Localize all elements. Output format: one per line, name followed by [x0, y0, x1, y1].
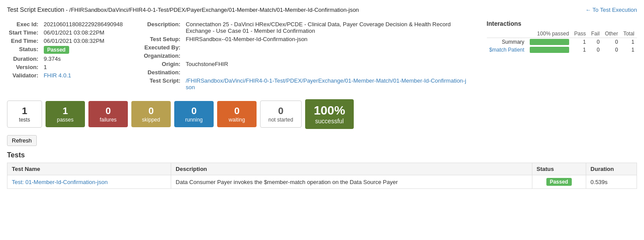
skipped-number: 0 [139, 105, 163, 117]
stat-not-started: 0 not started [260, 101, 302, 128]
progress-bar-fill [530, 47, 569, 53]
interaction-other: 0 [602, 38, 621, 46]
test-description: Data Consumer Payer invokes the $member-… [171, 175, 532, 189]
interaction-row: $match Patient1001 [487, 46, 637, 54]
organization-label: Organization: [142, 52, 184, 60]
success-number: 100% [314, 104, 345, 118]
status-badge: Passed [44, 46, 69, 54]
tests-table: Test Name Description Status Duration Te… [7, 163, 637, 189]
skipped-label: skipped [139, 117, 163, 123]
interactions-table: 100% passed Pass Fail Other Total Summar… [487, 30, 637, 54]
stat-running: 0 running [174, 101, 214, 127]
start-time-label: Start Time: [7, 28, 42, 37]
interactions-panel: Interactions 100% passed Pass Fail Other… [487, 20, 637, 91]
description-label: Description: [142, 20, 184, 35]
stat-passes: 1 passes [46, 101, 85, 127]
interaction-label: Summary [502, 39, 524, 45]
interaction-pass: 1 [572, 38, 589, 46]
start-time-value: 06/01/2021 03:08:22PM [42, 28, 125, 37]
stat-success: 100% successful [305, 99, 354, 129]
test-status-badge: Passed [546, 178, 572, 186]
col-passed: 100% passed [527, 30, 572, 38]
interaction-row: Summary1001 [487, 38, 637, 46]
progress-bar-wrap [530, 39, 569, 45]
failures-label: failures [96, 117, 120, 123]
col-fail: Fail [588, 30, 602, 38]
col-status: Status [532, 163, 586, 175]
success-label: successful [314, 118, 345, 125]
validator-link[interactable]: FHIR 4.0.1 [44, 72, 71, 79]
stats-row: 1 tests 1 passes 0 failures 0 skipped 0 … [7, 99, 637, 129]
duration-label: Duration: [7, 55, 42, 63]
col-description: Description [171, 163, 532, 175]
end-time-label: End Time: [7, 37, 42, 45]
back-link[interactable]: To Test Execution [585, 7, 637, 13]
end-time-value: 06/01/2021 03:08:32PM [42, 37, 125, 45]
destination-value [184, 68, 469, 77]
failures-number: 0 [96, 105, 120, 117]
stat-tests: 1 tests [7, 101, 42, 128]
interaction-total: 1 [621, 46, 637, 54]
interaction-total: 1 [621, 38, 637, 46]
test-setup-value: FHIRSandbox--01-Member-Id-Confirmation-j… [184, 35, 469, 43]
progress-bar-wrap [530, 47, 569, 53]
page-title: Test Script Execution - /FHIRSandbox/DaV… [7, 5, 359, 14]
waiting-number: 0 [225, 105, 249, 117]
tests-label: tests [15, 117, 34, 123]
version-value: 1 [42, 63, 125, 71]
page-header: Test Script Execution - /FHIRSandbox/DaV… [7, 5, 637, 14]
executed-by-label: Executed By: [142, 43, 184, 52]
meta-left: Exec Id: 20210601180822292864909​48 Star… [7, 20, 124, 91]
description-value: Connectathon 25 - DaVinci HRex/CDex/PCDE… [184, 20, 469, 35]
progress-bar-fill [530, 39, 569, 45]
tests-section: Tests Test Name Description Status Durat… [7, 151, 637, 189]
test-script-link[interactable]: /FHIRSandbox/DaVinci/FHIR4-0-1-Test/PDEX… [186, 77, 466, 90]
waiting-label: waiting [225, 117, 249, 123]
table-row: Test: 01-Member-Id-Confirmation-jsonData… [7, 175, 637, 189]
test-status: Passed [532, 175, 586, 189]
validator-label: Validator: [7, 71, 42, 80]
running-label: running [182, 117, 206, 123]
stat-failures: 0 failures [88, 101, 128, 127]
tests-number: 1 [15, 105, 34, 117]
passes-label: passes [53, 117, 77, 123]
organization-value [184, 52, 469, 60]
title-subtitle: - /FHIRSandbox/DaVinci/FHIR4-0-1-Test/PD… [64, 7, 359, 13]
col-total: Total [621, 30, 637, 38]
duration-value: 9.374s [42, 55, 125, 63]
col-name [487, 30, 527, 38]
test-name-link[interactable]: Test: 01-Member-Id-Confirmation-json [12, 179, 108, 185]
origin-value: TouchstoneFHIR [184, 60, 469, 68]
test-duration: 0.539s [586, 175, 637, 189]
executed-by-value [184, 43, 469, 52]
stat-skipped: 0 skipped [131, 101, 171, 127]
interaction-pass: 1 [572, 46, 589, 54]
meta-section: Exec Id: 20210601180822292864909​48 Star… [7, 20, 637, 91]
exec-id-label: Exec Id: [7, 20, 42, 28]
test-script-label: Test Script: [142, 77, 184, 91]
interaction-match-link[interactable]: $match [489, 47, 507, 53]
running-number: 0 [182, 105, 206, 117]
not-started-label: not started [268, 117, 293, 123]
test-setup-label: Test Setup: [142, 35, 184, 43]
not-started-number: 0 [268, 105, 293, 117]
col-other: Other [602, 30, 621, 38]
interaction-fail: 0 [588, 46, 602, 54]
title-main: Test Script Execution [7, 6, 64, 13]
origin-label: Origin: [142, 60, 184, 68]
interaction-other: 0 [602, 46, 621, 54]
col-pass: Pass [572, 30, 589, 38]
col-duration: Duration [586, 163, 637, 175]
meta-center: Description: Connectathon 25 - DaVinci H… [142, 20, 469, 91]
status-label: Status: [7, 45, 42, 55]
version-label: Version: [7, 63, 42, 71]
tests-section-title: Tests [7, 151, 637, 159]
exec-id-value: 20210601180822292864909​48 [42, 20, 125, 28]
col-test-name: Test Name [7, 163, 171, 175]
interaction-fail: 0 [588, 38, 602, 46]
passes-number: 1 [53, 105, 77, 117]
interactions-title: Interactions [487, 20, 637, 27]
interaction-patient-link[interactable]: Patient [508, 47, 524, 53]
destination-label: Destination: [142, 68, 184, 77]
refresh-button[interactable]: Refresh [7, 135, 37, 146]
